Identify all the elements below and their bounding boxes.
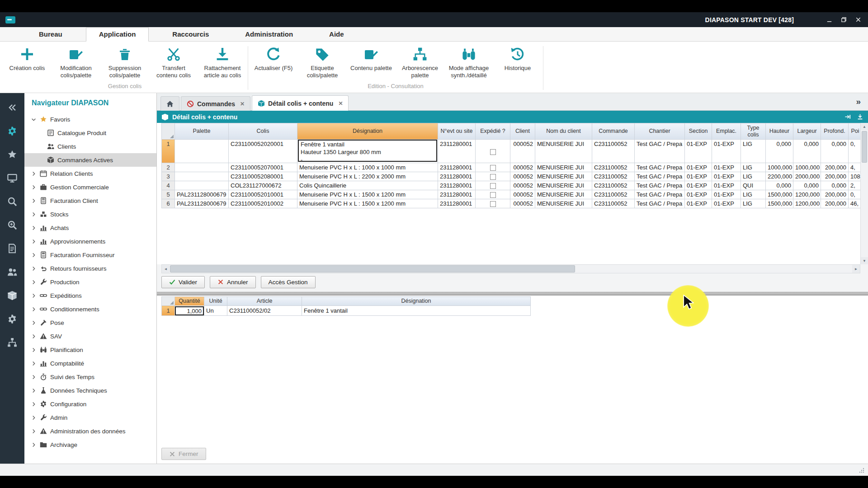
tree-item-gestion-commerciale[interactable]: Gestion Commerciale <box>24 180 156 194</box>
cell-profond[interactable]: 200,000 <box>821 163 849 172</box>
go-to-end-icon[interactable] <box>844 113 851 120</box>
menu-tab-application[interactable]: Application <box>86 27 149 42</box>
ribbon-button-arborescence-palette[interactable]: Arborescence palette <box>396 46 444 80</box>
rail-item-search[interactable] <box>0 190 24 213</box>
cell-colis[interactable]: C231100052010001 <box>229 190 297 199</box>
vertical-scroll-thumb[interactable] <box>862 131 867 163</box>
cell-unite[interactable]: Un <box>204 306 227 316</box>
column-header-palette[interactable]: Palette <box>175 123 229 140</box>
column-header-nevt[interactable]: N°evt ou site <box>438 123 476 140</box>
tree-item-expeditions[interactable]: Expéditions <box>24 289 156 302</box>
cell-chantier[interactable]: Test GAC / Prepa <box>635 140 685 163</box>
ribbon-button-rattachement-article-au-colis[interactable]: Rattachement article au colis <box>198 46 247 80</box>
column-header-quantite[interactable]: Quantité <box>175 297 204 306</box>
cell-expedie[interactable] <box>476 199 510 208</box>
cell-commande[interactable]: C231100052 <box>592 199 635 208</box>
cell-commande[interactable]: C231100052 <box>592 163 635 172</box>
cell-designation[interactable]: Menuiserie PVC H x L : 1000 x 1000 mm <box>297 163 438 172</box>
menu-tab-aide[interactable]: Aide <box>316 28 357 41</box>
cell-client[interactable]: 000052 <box>510 181 535 190</box>
horizontal-scrollbar[interactable]: ◄ ► <box>161 264 860 273</box>
tree-item-configuration[interactable]: Configuration <box>24 397 156 411</box>
expedie-checkbox[interactable] <box>490 149 496 155</box>
cell-nom_client[interactable]: MENUISERIE JUI <box>535 163 592 172</box>
ribbon-button-transfert-contenu-colis[interactable]: Transfert contenu colis <box>149 46 198 80</box>
cell-profond[interactable]: 0,000 <box>821 140 849 163</box>
cell-section[interactable]: 01-EXP <box>685 163 712 172</box>
restore-button[interactable] <box>840 16 847 23</box>
cell-chantier[interactable]: Test GAC / Prepa <box>635 190 685 199</box>
tree-item-donnees-techniques[interactable]: Données Techniques <box>24 384 156 397</box>
column-header-emplac[interactable]: Emplac. <box>712 123 741 140</box>
rail-item-hierarchy[interactable] <box>0 331 24 354</box>
cell-colis[interactable]: C231100052070001 <box>229 163 297 172</box>
panel-splitter[interactable] <box>157 292 868 296</box>
cell-largeur[interactable]: 0,000 <box>793 140 821 163</box>
vertical-scrollbar[interactable]: ▲ ▼ <box>860 123 868 264</box>
cell-emplac[interactable]: 01-EXP <box>712 172 741 181</box>
cell-emplac[interactable]: 01-EXP <box>712 140 741 163</box>
cell-client[interactable]: 000052 <box>510 140 535 163</box>
column-header-largeur[interactable]: Largeur <box>793 123 821 140</box>
column-header-client[interactable]: Client <box>510 123 535 140</box>
cell-palette[interactable] <box>175 140 229 163</box>
rail-item-advanced-search[interactable] <box>0 213 24 237</box>
designation-edit-field[interactable]: Fenêtre 1 vantail Hauteur 1350 Largeur 8… <box>298 140 437 162</box>
scroll-right-icon[interactable]: ► <box>852 265 860 273</box>
quantite-edit-field[interactable]: 1,000 <box>175 306 204 315</box>
cell-section[interactable]: 01-EXP <box>685 181 712 190</box>
cell-nom_client[interactable]: MENUISERIE JUI <box>535 199 592 208</box>
cell-largeur[interactable]: 1200,000 <box>793 199 821 208</box>
column-header-section[interactable]: Section <box>685 123 712 140</box>
resize-grip[interactable] <box>858 467 865 474</box>
export-download-icon[interactable] <box>857 113 863 120</box>
cell-nom_client[interactable]: MENUISERIE JUI <box>535 172 592 181</box>
cell-nevt[interactable]: 2311280001 <box>438 199 476 208</box>
cell-type[interactable]: LIG <box>741 190 766 199</box>
column-header-poids[interactable]: Poi <box>849 123 861 140</box>
tree-item-approvisionnements[interactable]: Approvisionnements <box>24 235 156 248</box>
cell-colis[interactable]: C231100052020001 <box>229 140 297 163</box>
tree-item-retours-fournisseurs[interactable]: Retours fournisseurs <box>24 262 156 275</box>
cell-section[interactable]: 01-EXP <box>685 190 712 199</box>
tree-item-facturation-fournisseur[interactable]: Facturation Fournisseur <box>24 248 156 262</box>
tree-item-achats[interactable]: Achats <box>24 221 156 235</box>
cell-chantier[interactable]: Test GAC / Prepa <box>635 172 685 181</box>
cell-designation[interactable]: Menuiserie PVC H x L : 1500 x 1200 mm <box>297 190 438 199</box>
row-number[interactable]: 2 <box>162 163 175 172</box>
row-number[interactable]: 1 <box>162 306 175 316</box>
cell-client[interactable]: 000052 <box>510 172 535 181</box>
rail-item-contacts[interactable] <box>0 260 24 284</box>
close-tab-icon[interactable]: ✕ <box>338 100 343 107</box>
cell-colis[interactable]: C231100052010002 <box>229 199 297 208</box>
ribbon-button-mode-affichage-synth-detaille[interactable]: Mode affichage synth./détaillé <box>444 46 493 80</box>
tree-item-relation-clients[interactable]: Relation Clients <box>24 167 156 180</box>
cell-largeur[interactable]: 2000,000 <box>793 172 821 181</box>
column-header-article[interactable]: Article <box>227 297 302 306</box>
valider-button[interactable]: Valider <box>161 276 205 288</box>
cell-designation[interactable]: Fenêtre 1 vantail Hauteur 1350 Largeur 8… <box>297 140 438 163</box>
cell-palette[interactable]: PAL231128000679 <box>175 190 229 199</box>
ribbon-button-creation-colis[interactable]: Création colis <box>3 46 52 73</box>
cell-hauteur[interactable]: 1500,000 <box>766 199 793 208</box>
cell-palette[interactable] <box>175 163 229 172</box>
cell-client[interactable]: 000052 <box>510 190 535 199</box>
column-header-profond[interactable]: Profond. <box>821 123 849 140</box>
cell-nom_client[interactable]: MENUISERIE JUI <box>535 190 592 199</box>
menu-tab-administration[interactable]: Administration <box>232 28 306 41</box>
scroll-left-icon[interactable]: ◄ <box>162 265 170 273</box>
row-number[interactable]: 3 <box>162 172 175 181</box>
cell-colis[interactable]: C231100052080001 <box>229 172 297 181</box>
row-number[interactable]: 5 <box>162 190 175 199</box>
cell-designation[interactable]: Colis Quincaillerie <box>297 181 438 190</box>
cell-section[interactable]: 01-EXP <box>685 140 712 163</box>
tree-item-administration-des-donnees[interactable]: Administration des données <box>24 424 156 438</box>
row-number[interactable]: 6 <box>162 199 175 208</box>
menu-tab-bureau[interactable]: Bureau <box>26 28 75 41</box>
tree-item-sav[interactable]: SAV <box>24 329 156 343</box>
cell-nevt[interactable]: 2311280001 <box>438 190 476 199</box>
cell-chantier[interactable]: Test GAC / Prepa <box>635 163 685 172</box>
cell-expedie[interactable] <box>476 172 510 181</box>
cell-section[interactable]: 01-EXP <box>685 199 712 208</box>
cell-hauteur[interactable]: 1500,000 <box>766 190 793 199</box>
